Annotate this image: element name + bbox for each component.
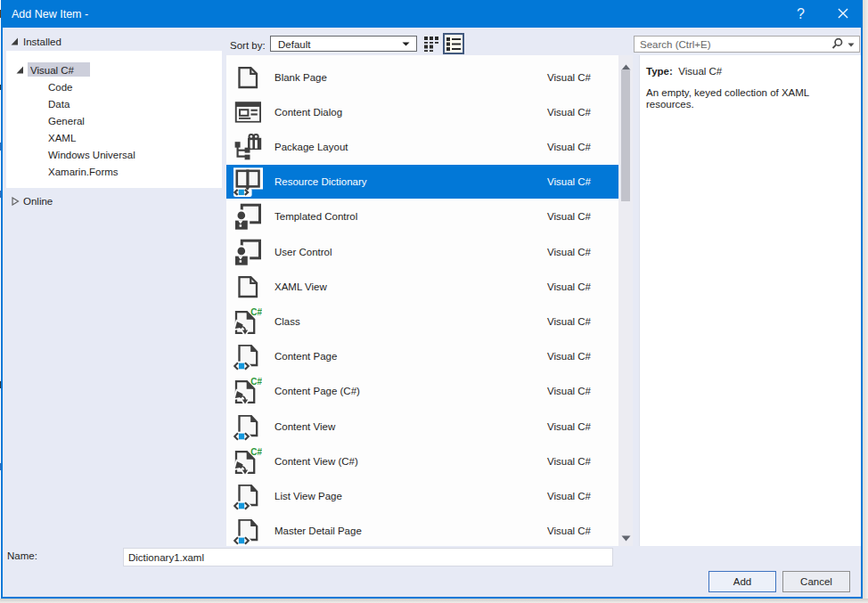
- svg-text:C#: C#: [250, 308, 262, 317]
- svg-text:C#: C#: [250, 448, 262, 457]
- svg-text:C#: C#: [250, 378, 262, 387]
